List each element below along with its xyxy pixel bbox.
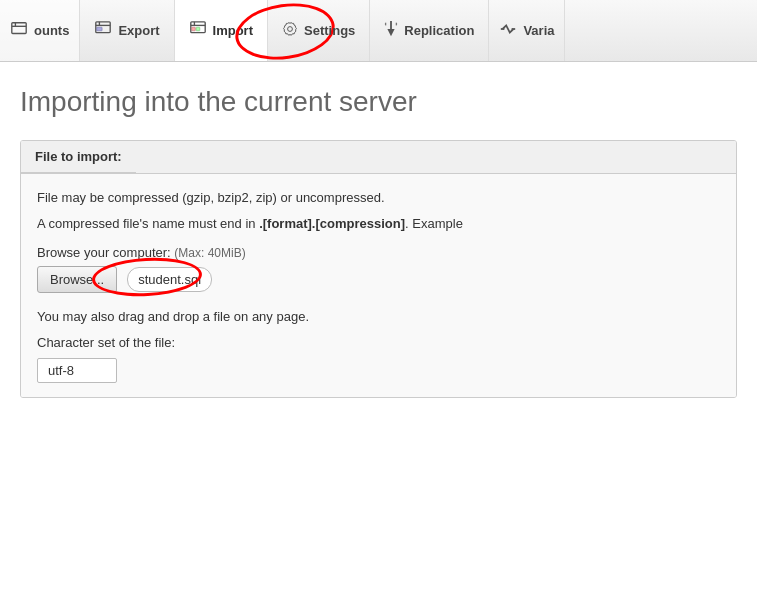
svg-rect-11 [196,27,200,31]
import-box: File to import: File may be compressed (… [20,140,737,398]
svg-marker-14 [388,29,395,36]
toolbar-item-accounts[interactable]: ounts [0,0,80,61]
page-title: Importing into the current server [20,86,737,118]
toolbar: ounts Export Import [0,0,757,62]
compression-note: File may be compressed (gzip, bzip2, zip… [37,188,720,208]
max-note: (Max: 40MiB) [174,246,245,260]
charset-value[interactable]: utf-8 [37,358,117,383]
toolbar-item-export[interactable]: Export [80,0,174,61]
toolbar-item-import[interactable]: Import [175,0,268,61]
import-box-header-row: File to import: [21,141,736,174]
import-box-body: File may be compressed (gzip, bzip2, zip… [21,174,736,397]
toolbar-item-variables[interactable]: Varia [489,0,565,61]
browse-label: Browse your computer: (Max: 40MiB) [37,245,720,260]
variables-icon [499,20,517,42]
accounts-icon [10,20,28,42]
browse-section: Browse your computer: (Max: 40MiB) Brows… [37,245,720,293]
file-name: student.sql [127,267,212,292]
toolbar-accounts-label: ounts [34,23,69,38]
export-icon [94,20,112,42]
settings-icon [282,21,298,41]
browse-row: Browse... student.sql [37,266,720,293]
charset-section: Character set of the file: utf-8 [37,333,720,384]
svg-rect-6 [97,27,102,31]
replication-icon [384,20,398,42]
import-box-header: File to import: [21,141,136,173]
toolbar-item-replication[interactable]: Replication [370,0,489,61]
svg-point-12 [288,26,293,31]
browse-button[interactable]: Browse... [37,266,117,293]
page-content: Importing into the current server File t… [0,62,757,422]
toolbar-item-settings[interactable]: Settings [268,0,370,61]
toolbar-variables-label: Varia [523,23,554,38]
toolbar-replication-label: Replication [404,23,474,38]
format-note: A compressed file's name must end in .[f… [37,214,720,234]
toolbar-export-label: Export [118,23,159,38]
format-highlight: .[format].[compression] [259,216,405,231]
svg-rect-0 [12,22,26,33]
toolbar-import-label: Import [213,23,253,38]
browse-label-text: Browse your computer: [37,245,171,260]
format-note-prefix: A compressed file's name must end in [37,216,259,231]
charset-label: Character set of the file: [37,333,720,353]
drag-drop-note: You may also drag and drop a file on any… [37,307,720,327]
svg-rect-10 [191,27,195,31]
toolbar-settings-label: Settings [304,23,355,38]
format-note-suffix: . Example [405,216,463,231]
import-icon [189,20,207,42]
